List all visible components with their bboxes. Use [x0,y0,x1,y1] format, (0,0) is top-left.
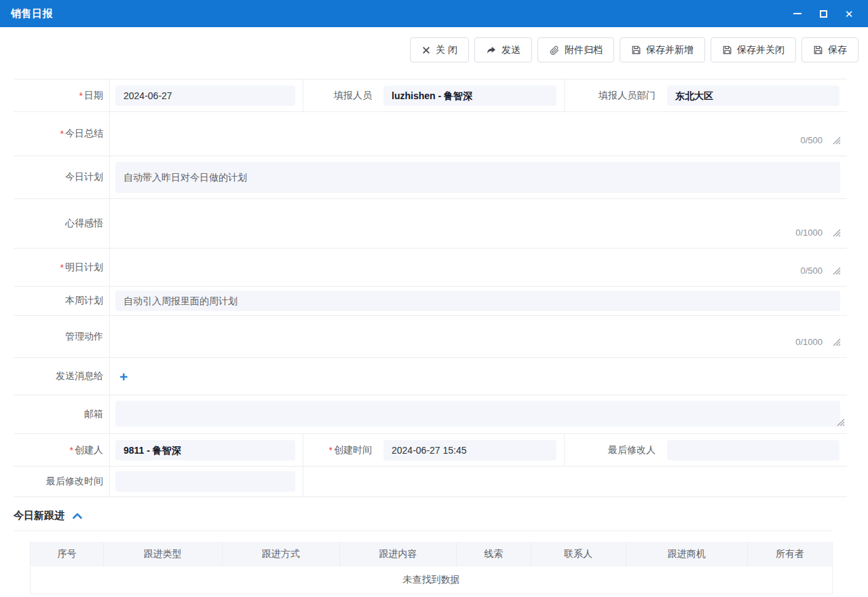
reporter-input[interactable]: luzhishen - 鲁智深 [383,86,556,106]
send-button[interactable]: 发送 [474,37,532,62]
reporter-label: 填报人员 [303,79,378,111]
reporter-dept-field: 东北大区 [662,79,847,111]
close-icon [421,46,431,55]
save-icon [813,45,823,55]
save-icon [631,45,641,55]
insights-counter: 0/1000 [795,228,823,238]
send-message-to-field: + [110,358,847,395]
followup-section-header: 今日新跟进 [14,497,847,530]
date-field: 2024-06-27 [110,79,303,111]
col-lead: 线索 [457,542,531,566]
col-opportunity: 跟进商机 [626,542,749,566]
col-seq: 序号 [31,542,104,566]
resize-handle-icon[interactable] [831,135,841,147]
col-followup-type: 跟进类型 [104,542,223,566]
col-followup-content: 跟进内容 [340,542,457,566]
management-action-textarea[interactable] [115,327,839,347]
management-action-label: 管理动作 [14,316,110,357]
creator-field: 9811 - 鲁智深 [110,434,303,466]
table-empty-message: 未查找到数据 [31,566,832,594]
form-row-audit: * 创建人 9811 - 鲁智深 * 创建时间 2024-06-27 15:45… [14,434,847,467]
followup-section-title: 今日新跟进 [14,509,64,522]
dialog-titlebar: 销售日报 ✕ [0,0,868,27]
form-row-today-summary: * 今日总结 0/500 [14,112,847,156]
email-label: 邮箱 [14,395,110,433]
reporter-dept-label: 填报人员部门 [564,79,662,111]
week-plan-field: 自动引入周报里面的周计划 [110,287,847,315]
paperclip-icon [549,45,560,56]
minimize-icon[interactable] [792,8,803,19]
today-summary-field: 0/500 [110,112,847,156]
form-row-week-plan: 本周计划 自动引入周报里面的周计划 [14,287,847,316]
form-row-send-message-to: 发送消息给 + [14,358,847,395]
tomorrow-plan-textarea[interactable] [115,257,839,278]
collapse-section-icon[interactable] [72,512,83,520]
send-icon [486,45,497,55]
date-input[interactable]: 2024-06-27 [115,86,295,106]
tomorrow-plan-field: 0/500 [110,249,847,286]
created-time-field: 2024-06-27 15:45 [378,434,564,466]
form-row-basic: * 日期 2024-06-27 填报人员 luzhishen - 鲁智深 填报人… [14,79,847,112]
col-contact: 联系人 [531,542,626,566]
form-row-email: 邮箱 [14,395,847,434]
form-row-tomorrow-plan: * 明日计划 0/500 [14,249,847,287]
resize-handle-icon[interactable] [831,337,841,348]
today-plan-field: 自动带入昨日对今日做的计划 [110,156,847,198]
send-message-to-label: 发送消息给 [14,358,110,395]
save-icon [722,45,732,55]
attach-archive-button[interactable]: 附件归档 [537,37,614,62]
management-action-field: 0/1000 [110,316,847,357]
week-plan-input[interactable]: 自动引入周报里面的周计划 [115,291,840,311]
insights-label: 心得感悟 [14,199,110,248]
resize-handle-icon[interactable] [835,417,845,429]
reporter-field: luzhishen - 鲁智深 [378,79,564,111]
save-and-new-button[interactable]: 保存并新增 [620,37,705,62]
resize-handle-icon[interactable] [831,228,841,239]
management-action-counter: 0/1000 [795,337,823,347]
form-row-last-modified: 最后修改时间 [14,467,847,497]
today-plan-label: 今日计划 [14,156,110,198]
row-spacer [303,467,847,496]
today-summary-counter: 0/500 [800,135,823,145]
last-modifier-label: 最后修改人 [564,434,662,466]
save-button[interactable]: 保存 [801,37,858,62]
last-modifier-input[interactable] [667,440,839,460]
last-modified-time-field [110,467,303,496]
add-recipient-icon[interactable]: + [119,369,128,384]
resize-handle-icon[interactable] [831,266,841,277]
daily-report-form: * 日期 2024-06-27 填报人员 luzhishen - 鲁智深 填报人… [14,79,847,497]
last-modified-time-label: 最后修改时间 [14,467,110,496]
tomorrow-plan-counter: 0/500 [800,266,823,276]
maximize-icon[interactable] [818,8,829,19]
date-label: * 日期 [14,79,110,111]
created-time-label: * 创建时间 [303,434,378,466]
last-modifier-field [662,434,847,466]
col-followup-method: 跟进方式 [223,542,341,566]
form-row-today-plan: 今日计划 自动带入昨日对今日做的计划 [14,156,847,199]
save-and-close-button[interactable]: 保存并关闭 [711,37,796,62]
close-window-icon[interactable]: ✕ [844,8,854,19]
col-owner: 所有者 [748,542,832,566]
week-plan-label: 本周计划 [14,287,110,315]
toolbar: 关 闭 发送 附件归档 保存并新增 保存并关闭 保存 [0,37,858,62]
reporter-dept-input[interactable]: 东北大区 [667,86,839,106]
email-input[interactable] [115,401,840,427]
dialog-title: 销售日报 [11,7,53,20]
today-summary-label: * 今日总结 [14,112,110,156]
section-divider [14,530,833,531]
today-plan-textarea[interactable]: 自动带入昨日对今日做的计划 [115,162,840,193]
last-modified-time-input[interactable] [115,471,295,492]
form-row-management-action: 管理动作 0/1000 [14,316,847,358]
creator-label: * 创建人 [14,434,110,466]
form-row-insights: 心得感悟 0/1000 [14,199,847,249]
email-field [110,395,847,433]
window-controls: ✕ [792,8,857,19]
close-button[interactable]: 关 闭 [410,37,469,62]
tomorrow-plan-label: * 明日计划 [14,249,110,286]
insights-textarea[interactable] [115,213,839,234]
today-summary-textarea[interactable] [115,124,839,144]
creator-input[interactable]: 9811 - 鲁智深 [115,440,295,460]
insights-field: 0/1000 [110,199,847,248]
followup-table-header: 序号 跟进类型 跟进方式 跟进内容 线索 联系人 跟进商机 所有者 [31,542,832,566]
created-time-input[interactable]: 2024-06-27 15:45 [383,440,556,460]
